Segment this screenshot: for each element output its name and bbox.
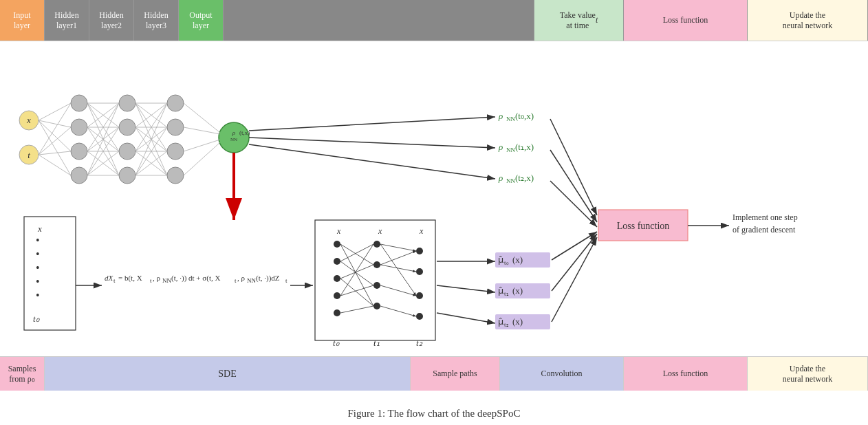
svg-text:t₀: t₀ bbox=[504, 259, 509, 266]
svg-text:NN: NN bbox=[506, 177, 515, 184]
svg-text:NN: NN bbox=[230, 137, 237, 142]
svg-line-158 bbox=[552, 234, 597, 291]
header-input-layer: Inputlayer bbox=[0, 0, 45, 41]
svg-point-15 bbox=[167, 95, 184, 111]
figure-caption: Figure 1: The flow chart of the deepSPoC bbox=[0, 408, 868, 419]
svg-point-9 bbox=[71, 143, 87, 160]
svg-point-102 bbox=[373, 303, 380, 309]
svg-line-24 bbox=[39, 120, 71, 127]
header-update-nn: Update theneural network bbox=[748, 0, 868, 41]
header-hidden2: Hiddenlayer2 bbox=[89, 0, 134, 41]
diagram-area: x t ρ NN (t,x) bbox=[0, 41, 868, 356]
svg-text:•: • bbox=[36, 262, 40, 274]
svg-text:, ρ: , ρ bbox=[237, 274, 246, 282]
svg-text:ρ: ρ bbox=[498, 142, 503, 152]
svg-point-8 bbox=[71, 119, 87, 135]
svg-point-101 bbox=[373, 282, 380, 289]
svg-text:NN: NN bbox=[162, 277, 171, 284]
svg-text:x: x bbox=[336, 226, 341, 236]
footer-sde: SDE bbox=[45, 357, 411, 391]
svg-point-10 bbox=[71, 167, 87, 184]
svg-line-23 bbox=[39, 103, 71, 120]
svg-point-99 bbox=[373, 241, 380, 248]
svg-text:Implement one step: Implement one step bbox=[733, 212, 798, 222]
svg-text:(x): (x) bbox=[512, 285, 523, 296]
svg-text:(t₀,x): (t₀,x) bbox=[515, 111, 534, 121]
svg-text:t: t bbox=[235, 277, 237, 284]
footer-samples: Samplesfrom ρ₀ bbox=[0, 357, 45, 391]
svg-line-66 bbox=[184, 142, 220, 175]
svg-text:μ̂: μ̂ bbox=[498, 316, 503, 327]
svg-text:(t,x): (t,x) bbox=[239, 129, 250, 136]
svg-text:dX: dX bbox=[105, 274, 114, 282]
svg-text:(t₂,x): (t₂,x) bbox=[515, 173, 534, 183]
svg-text:t₁: t₁ bbox=[373, 338, 380, 348]
svg-text:t: t bbox=[285, 277, 287, 284]
svg-line-28 bbox=[39, 127, 71, 155]
svg-text:ρ: ρ bbox=[498, 111, 503, 121]
svg-text:ρ: ρ bbox=[498, 173, 503, 183]
svg-text:•: • bbox=[36, 276, 40, 287]
header-hidden3: Hiddenlayer3 bbox=[134, 0, 179, 41]
svg-text:t: t bbox=[113, 277, 116, 284]
svg-text:x: x bbox=[26, 115, 31, 125]
svg-point-95 bbox=[334, 258, 340, 265]
main-container: Inputlayer Hiddenlayer1 Hiddenlayer2 Hid… bbox=[0, 0, 868, 425]
svg-line-159 bbox=[552, 237, 597, 322]
svg-point-12 bbox=[119, 119, 135, 135]
svg-text:x: x bbox=[378, 226, 382, 236]
svg-text:x: x bbox=[37, 224, 42, 234]
svg-point-103 bbox=[416, 248, 423, 254]
svg-text:μ̂: μ̂ bbox=[498, 254, 503, 265]
svg-text:t₀: t₀ bbox=[33, 314, 40, 324]
svg-text:t₁: t₁ bbox=[504, 290, 509, 297]
svg-text:, ρ: , ρ bbox=[153, 274, 161, 282]
svg-point-14 bbox=[119, 167, 135, 184]
svg-line-65 bbox=[184, 140, 220, 151]
svg-text:NN: NN bbox=[247, 277, 256, 284]
svg-text:t₂: t₂ bbox=[416, 338, 423, 348]
svg-text:t₂: t₂ bbox=[504, 321, 509, 328]
svg-text:t₀: t₀ bbox=[333, 338, 340, 348]
svg-line-138 bbox=[437, 285, 495, 292]
svg-point-97 bbox=[334, 292, 340, 299]
footer-update-nn: Update theneural network bbox=[748, 357, 868, 391]
svg-text:•: • bbox=[36, 290, 40, 301]
svg-rect-68 bbox=[24, 217, 76, 330]
svg-point-94 bbox=[334, 241, 340, 248]
header-take-value: Take valueat time t bbox=[534, 0, 624, 41]
header-hidden1: Hiddenlayer1 bbox=[45, 0, 89, 41]
footer-bar: Samplesfrom ρ₀ SDE Sample paths Convolut… bbox=[0, 356, 868, 391]
svg-text:(x): (x) bbox=[512, 316, 523, 327]
svg-line-139 bbox=[437, 313, 495, 323]
svg-point-18 bbox=[167, 167, 184, 184]
header-loss-function: Loss function bbox=[624, 0, 748, 41]
svg-rect-90 bbox=[315, 220, 435, 340]
svg-text:x: x bbox=[419, 226, 424, 236]
svg-line-30 bbox=[39, 155, 71, 175]
svg-text:(t₁,x): (t₁,x) bbox=[515, 142, 534, 152]
svg-point-16 bbox=[167, 119, 184, 135]
svg-text:(x): (x) bbox=[512, 254, 523, 265]
svg-text:(t, ·))dZ: (t, ·))dZ bbox=[256, 274, 280, 283]
svg-line-29 bbox=[39, 151, 71, 155]
svg-text:•: • bbox=[36, 235, 40, 246]
svg-line-127 bbox=[249, 144, 495, 179]
svg-line-125 bbox=[249, 117, 495, 131]
header-bar: Inputlayer Hiddenlayer1 Hiddenlayer2 Hid… bbox=[0, 0, 868, 41]
svg-text:t: t bbox=[150, 277, 152, 284]
header-output-layer: Outputlayer bbox=[179, 0, 224, 41]
svg-point-7 bbox=[71, 95, 87, 111]
svg-point-13 bbox=[119, 143, 135, 160]
svg-point-96 bbox=[334, 275, 340, 282]
svg-text:of gradient descent: of gradient descent bbox=[733, 225, 796, 235]
footer-convolution: Convolution bbox=[500, 357, 624, 391]
svg-text:= b(t, X: = b(t, X bbox=[118, 274, 142, 283]
svg-text:t: t bbox=[28, 150, 30, 160]
footer-loss-function: Loss function bbox=[624, 357, 748, 391]
header-spacer bbox=[224, 0, 534, 41]
diagram-svg: x t ρ NN (t,x) bbox=[0, 41, 868, 356]
svg-point-104 bbox=[416, 268, 423, 275]
svg-point-17 bbox=[167, 143, 184, 160]
svg-line-154 bbox=[550, 119, 597, 215]
